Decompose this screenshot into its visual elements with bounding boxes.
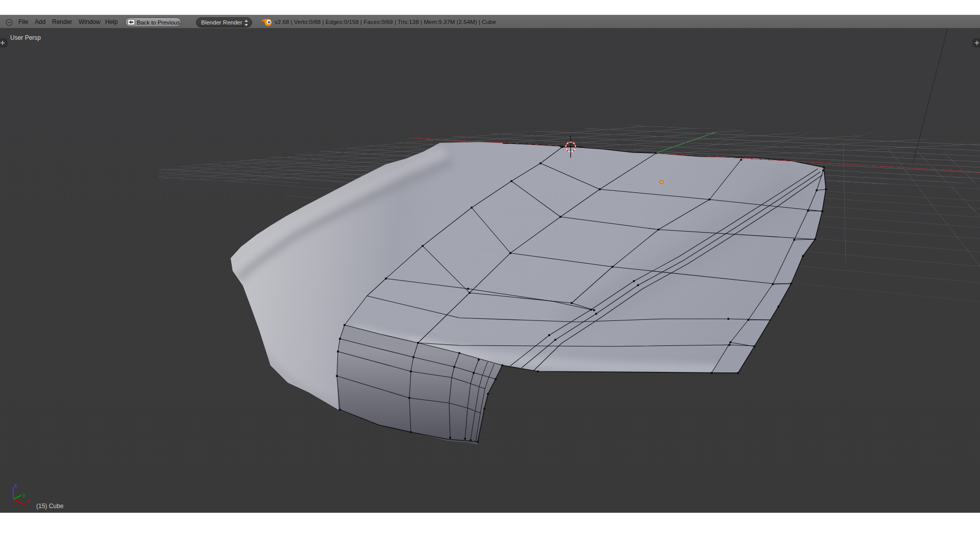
svg-text:x: x: [27, 497, 30, 504]
svg-text:(15) Cube: (15) Cube: [36, 503, 64, 510]
svg-text:User Persp: User Persp: [10, 34, 41, 41]
svg-text:y: y: [22, 492, 26, 498]
svg-text:z: z: [14, 482, 17, 488]
